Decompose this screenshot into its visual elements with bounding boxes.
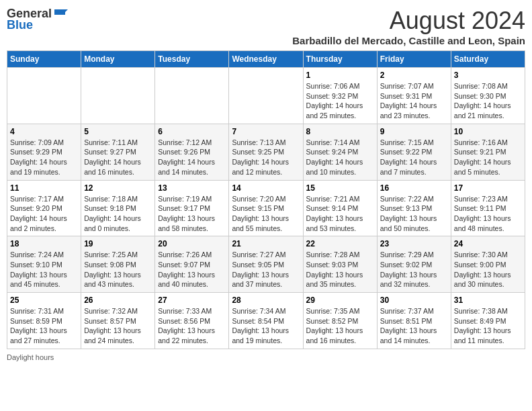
calendar-cell: 31Sunrise: 7:38 AMSunset: 8:49 PMDayligh…	[451, 293, 525, 349]
day-info: Sunrise: 7:09 AMSunset: 9:29 PMDaylight:…	[10, 138, 78, 177]
calendar-week-5: 25Sunrise: 7:31 AMSunset: 8:59 PMDayligh…	[7, 293, 525, 349]
day-info: Sunrise: 7:06 AMSunset: 9:32 PMDaylight:…	[306, 81, 374, 121]
calendar-cell: 22Sunrise: 7:28 AMSunset: 9:03 PMDayligh…	[303, 236, 377, 293]
calendar-cell: 1Sunrise: 7:06 AMSunset: 9:32 PMDaylight…	[303, 68, 377, 124]
calendar-cell: 2Sunrise: 7:07 AMSunset: 9:31 PMDaylight…	[377, 68, 451, 124]
calendar-week-1: 1Sunrise: 7:06 AMSunset: 9:32 PMDaylight…	[7, 68, 525, 124]
daylight-label: Daylight hours	[7, 353, 54, 361]
day-info: Sunrise: 7:37 AMSunset: 8:51 PMDaylight:…	[380, 306, 448, 346]
day-number: 1	[306, 71, 374, 80]
day-number: 25	[10, 295, 78, 305]
day-number: 2	[380, 71, 448, 80]
calendar-cell: 25Sunrise: 7:31 AMSunset: 8:59 PMDayligh…	[7, 293, 81, 349]
page-subtitle: Barbadillo del Mercado, Castille and Leo…	[292, 35, 525, 46]
day-info: Sunrise: 7:23 AMSunset: 9:11 PMDaylight:…	[454, 194, 522, 234]
day-number: 5	[84, 127, 152, 136]
title-area: August 2024 Barbadillo del Mercado, Cast…	[292, 7, 525, 46]
day-info: Sunrise: 7:26 AMSunset: 9:07 PMDaylight:…	[158, 250, 226, 289]
day-info: Sunrise: 7:12 AMSunset: 9:26 PMDaylight:…	[158, 138, 226, 177]
calendar-cell: 13Sunrise: 7:19 AMSunset: 9:17 PMDayligh…	[155, 180, 229, 236]
day-info: Sunrise: 7:15 AMSunset: 9:22 PMDaylight:…	[380, 138, 448, 177]
day-number: 29	[306, 295, 374, 305]
calendar-header-sunday: Sunday	[7, 51, 81, 68]
day-info: Sunrise: 7:07 AMSunset: 9:31 PMDaylight:…	[380, 81, 448, 121]
day-number: 16	[380, 183, 448, 193]
calendar-cell: 8Sunrise: 7:14 AMSunset: 9:24 PMDaylight…	[303, 124, 377, 180]
calendar-week-4: 18Sunrise: 7:24 AMSunset: 9:10 PMDayligh…	[7, 236, 525, 293]
calendar-cell: 10Sunrise: 7:16 AMSunset: 9:21 PMDayligh…	[451, 124, 525, 180]
calendar-cell: 16Sunrise: 7:22 AMSunset: 9:13 PMDayligh…	[377, 180, 451, 236]
calendar-cell: 18Sunrise: 7:24 AMSunset: 9:10 PMDayligh…	[7, 236, 81, 293]
calendar-header-row: SundayMondayTuesdayWednesdayThursdayFrid…	[7, 51, 525, 68]
calendar-table: SundayMondayTuesdayWednesdayThursdayFrid…	[7, 50, 525, 349]
day-number: 15	[306, 183, 374, 193]
calendar-cell: 28Sunrise: 7:34 AMSunset: 8:54 PMDayligh…	[229, 293, 303, 349]
day-number: 31	[454, 295, 522, 305]
day-info: Sunrise: 7:25 AMSunset: 9:08 PMDaylight:…	[84, 250, 152, 289]
calendar-cell: 15Sunrise: 7:21 AMSunset: 9:14 PMDayligh…	[303, 180, 377, 236]
day-number: 21	[232, 239, 300, 248]
calendar-cell: 17Sunrise: 7:23 AMSunset: 9:11 PMDayligh…	[451, 180, 525, 236]
calendar-cell: 29Sunrise: 7:35 AMSunset: 8:52 PMDayligh…	[303, 293, 377, 349]
day-number: 18	[10, 239, 78, 248]
calendar-cell: 21Sunrise: 7:27 AMSunset: 9:05 PMDayligh…	[229, 236, 303, 293]
day-number: 6	[158, 127, 226, 136]
footer: Daylight hours	[7, 353, 525, 361]
calendar-cell	[7, 68, 81, 124]
logo: General Blue	[7, 7, 68, 32]
calendar-cell: 27Sunrise: 7:33 AMSunset: 8:56 PMDayligh…	[155, 293, 229, 349]
day-info: Sunrise: 7:30 AMSunset: 9:00 PMDaylight:…	[454, 250, 522, 289]
calendar-cell: 5Sunrise: 7:11 AMSunset: 9:27 PMDaylight…	[81, 124, 155, 180]
day-info: Sunrise: 7:21 AMSunset: 9:14 PMDaylight:…	[306, 194, 374, 234]
calendar-cell: 20Sunrise: 7:26 AMSunset: 9:07 PMDayligh…	[155, 236, 229, 293]
day-info: Sunrise: 7:14 AMSunset: 9:24 PMDaylight:…	[306, 138, 374, 177]
day-info: Sunrise: 7:27 AMSunset: 9:05 PMDaylight:…	[232, 250, 300, 289]
calendar-cell: 30Sunrise: 7:37 AMSunset: 8:51 PMDayligh…	[377, 293, 451, 349]
day-number: 28	[232, 295, 300, 305]
day-info: Sunrise: 7:16 AMSunset: 9:21 PMDaylight:…	[454, 138, 522, 177]
calendar-header-thursday: Thursday	[303, 51, 377, 68]
day-number: 11	[10, 183, 78, 193]
calendar-cell: 11Sunrise: 7:17 AMSunset: 9:20 PMDayligh…	[7, 180, 81, 236]
day-number: 14	[232, 183, 300, 193]
day-number: 7	[232, 127, 300, 136]
calendar-cell: 6Sunrise: 7:12 AMSunset: 9:26 PMDaylight…	[155, 124, 229, 180]
calendar-cell	[155, 68, 229, 124]
day-info: Sunrise: 7:17 AMSunset: 9:20 PMDaylight:…	[10, 194, 78, 234]
day-number: 12	[84, 183, 152, 193]
day-number: 3	[454, 71, 522, 80]
day-number: 26	[84, 295, 152, 305]
day-number: 8	[306, 127, 374, 136]
calendar-week-2: 4Sunrise: 7:09 AMSunset: 9:29 PMDaylight…	[7, 124, 525, 180]
day-number: 24	[454, 239, 522, 248]
calendar-cell	[81, 68, 155, 124]
calendar-header-monday: Monday	[81, 51, 155, 68]
day-info: Sunrise: 7:20 AMSunset: 9:15 PMDaylight:…	[232, 194, 300, 234]
calendar-body: 1Sunrise: 7:06 AMSunset: 9:32 PMDaylight…	[7, 68, 525, 349]
day-info: Sunrise: 7:32 AMSunset: 8:57 PMDaylight:…	[84, 306, 152, 346]
calendar-cell: 7Sunrise: 7:13 AMSunset: 9:25 PMDaylight…	[229, 124, 303, 180]
day-number: 17	[454, 183, 522, 193]
day-info: Sunrise: 7:24 AMSunset: 9:10 PMDaylight:…	[10, 250, 78, 289]
calendar-header-saturday: Saturday	[451, 51, 525, 68]
calendar-cell	[229, 68, 303, 124]
day-info: Sunrise: 7:18 AMSunset: 9:18 PMDaylight:…	[84, 194, 152, 234]
logo-flag-icon	[53, 8, 68, 20]
day-number: 27	[158, 295, 226, 305]
logo-blue-text: Blue	[7, 18, 33, 32]
day-info: Sunrise: 7:31 AMSunset: 8:59 PMDaylight:…	[10, 306, 78, 346]
calendar-header-tuesday: Tuesday	[155, 51, 229, 68]
calendar-cell: 24Sunrise: 7:30 AMSunset: 9:00 PMDayligh…	[451, 236, 525, 293]
calendar-cell: 12Sunrise: 7:18 AMSunset: 9:18 PMDayligh…	[81, 180, 155, 236]
calendar-week-3: 11Sunrise: 7:17 AMSunset: 9:20 PMDayligh…	[7, 180, 525, 236]
day-info: Sunrise: 7:22 AMSunset: 9:13 PMDaylight:…	[380, 194, 448, 234]
day-number: 23	[380, 239, 448, 248]
day-info: Sunrise: 7:29 AMSunset: 9:02 PMDaylight:…	[380, 250, 448, 289]
day-info: Sunrise: 7:19 AMSunset: 9:17 PMDaylight:…	[158, 194, 226, 234]
day-info: Sunrise: 7:35 AMSunset: 8:52 PMDaylight:…	[306, 306, 374, 346]
day-number: 20	[158, 239, 226, 248]
day-number: 9	[380, 127, 448, 136]
calendar-cell: 9Sunrise: 7:15 AMSunset: 9:22 PMDaylight…	[377, 124, 451, 180]
day-number: 4	[10, 127, 78, 136]
day-number: 19	[84, 239, 152, 248]
